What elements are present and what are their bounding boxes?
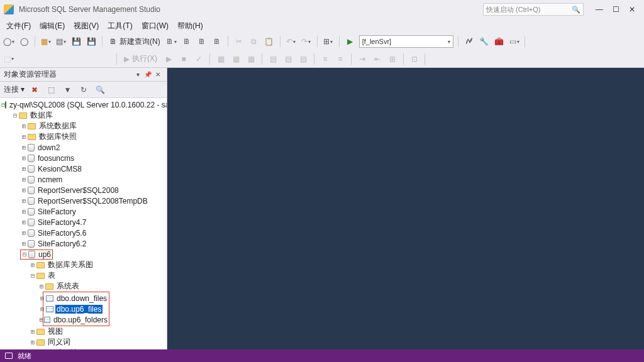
options-button[interactable]: 🗲 [463,35,475,48]
explorer-dropdown-button[interactable]: ▾ [133,70,143,80]
uncomment-button: ≡ [334,53,347,65]
toolbar-row-1: ◯▾ ◯ ▦▾ ▤▾ 💾 💾 🗎新建查询(N) 🗎▾ 🗎 🗎 🗎 ✂ ⧉ 📋 ↶… [0,33,644,50]
folder-icon [45,283,53,290]
menu-window[interactable]: 窗口(W) [138,19,172,33]
synonyms-node[interactable]: ⊞同义词 [1,337,167,348]
new-project-button[interactable]: ▦▾ [40,35,52,48]
btn-a[interactable]: 🗎 [180,35,193,48]
database-icon [28,144,35,151]
db-node[interactable]: ⊞SiteFactory5.6 [1,228,167,238]
object-explorer-pane: 对象资源管理器 ▾ 📌 ✕ 连接 ▾ ✖ ⬚ ▼ ↻ 🔍 ⊟zy-qwl\SQL… [0,68,167,349]
db-node[interactable]: ⊞down2 [1,142,167,153]
results2-button: ▤ [282,53,294,65]
redo-button[interactable]: ↷▾ [300,35,313,48]
minimize-button[interactable]: — [591,3,608,16]
sys-tables-node[interactable]: ⊞系统表 [1,281,167,292]
sys-db-node[interactable]: ⊞系统数据库 [1,121,167,131]
explorer-close-button[interactable]: ✕ [153,70,163,80]
open-button[interactable]: ▤▾ [55,35,67,48]
wrench-button[interactable]: 🔧 [478,35,491,48]
table-icon [46,295,53,302]
db-engine-query-button[interactable]: 🗎▾ [165,35,178,48]
quick-launch-input[interactable]: 快速启动 (Ctrl+Q) 🔍 [483,3,584,16]
db-up6-node[interactable]: ⊟up6 [1,249,167,260]
db-node[interactable]: ⊞SiteFactory6.2 [1,238,167,249]
btn-b[interactable]: 🗎 [196,35,208,48]
explorer-header: 对象资源管理器 ▾ 📌 ✕ [0,68,167,82]
menu-tools[interactable]: 工具(T) [104,19,136,33]
object-tree[interactable]: ⊟zy-qwl\SQL2008 (SQL Server 10.0.1600.22… [0,98,167,349]
views-node[interactable]: ⊞视图 [1,326,167,337]
cut-button[interactable]: ✂ [233,35,245,48]
status-text: 就绪 [18,351,31,361]
server-node[interactable]: ⊟zy-qwl\SQL2008 (SQL Server 10.0.1600.22… [1,99,167,110]
connect-button[interactable]: 连接 ▾ [4,84,25,95]
btn-c[interactable]: 🗎 [211,35,223,48]
app-icon [4,4,14,14]
menu-edit[interactable]: 编辑(E) [36,19,69,33]
database-icon [28,240,35,248]
database-icon [28,219,35,226]
nav-fwd-button[interactable]: ◯ [18,35,30,48]
stop-connect-button[interactable]: ⬚ [45,84,57,96]
explorer-pin-button[interactable]: 📌 [143,70,153,80]
close-button[interactable]: ✕ [624,3,640,16]
indent-button: ⇥ [356,53,369,65]
table-icon [46,306,53,312]
folder-icon [28,123,36,129]
menu-help[interactable]: 帮助(H) [174,19,207,33]
undo-button[interactable]: ↶▾ [285,35,297,48]
diagrams-node[interactable]: ⊞数据库关系图 [1,260,167,270]
plan1-button: ▦ [214,53,227,65]
refresh-button[interactable]: ↻ [77,84,90,96]
folder-icon [36,262,45,268]
explorer-title: 对象资源管理器 [4,69,133,80]
tables-node[interactable]: ⊟表 [1,270,167,281]
save-button[interactable]: 💾 [70,35,82,48]
activity-button[interactable]: ⊞▾ [322,35,335,48]
filter-button[interactable]: ▼ [61,84,74,96]
table-icon [44,317,50,323]
status-icon [5,353,13,359]
copy-button[interactable]: ⧉ [248,35,260,48]
save-all-button[interactable]: 💾 [85,35,97,48]
db-node[interactable]: ⊞SiteFactory [1,206,167,217]
menu-view[interactable]: 视图(V) [70,19,103,33]
db-node[interactable]: ⊞ReportServer$SQL2008TempDB [1,195,167,206]
misc2-button: ⊡ [408,53,421,65]
maximize-button[interactable]: ☐ [608,3,624,16]
toolbox-button[interactable]: 🧰 [493,35,506,48]
new-query-button[interactable]: 🗎新建查询(N) [107,36,163,47]
search-button[interactable]: 🔍 [94,84,106,96]
results3-button: ▤ [297,53,309,65]
table-node-selected[interactable]: ⊞dbo.up6_files [2,304,109,314]
db-node[interactable]: ⊞ncmem [1,174,167,185]
database-icon [28,176,35,184]
nav-back-button[interactable]: ◯▾ [3,35,15,48]
menubar: 文件(F) 编辑(E) 视图(V) 工具(T) 窗口(W) 帮助(H) [0,19,644,33]
paste-button[interactable]: 📋 [263,35,275,48]
db-snapshot-node[interactable]: ⊞数据库快照 [1,131,167,142]
db-node[interactable]: ⊞ReportServer$SQL2008 [1,185,167,195]
window-layout-button[interactable]: ▭▾ [508,35,521,48]
debug-start-button[interactable]: ▶ [344,35,357,48]
table-node[interactable]: ⊞dbo.down_files [2,293,109,304]
stop-button: ■ [177,53,190,65]
db-node[interactable]: ⊞SiteFactory4.7 [1,217,167,228]
function-combo[interactable]: [f_lenSvr]▾ [359,35,453,48]
comment-button: ≡ [319,53,331,65]
menu-file[interactable]: 文件(F) [3,19,35,33]
table-node[interactable]: ⊞dbo.up6_folders [2,314,109,325]
folder-icon [36,329,45,335]
db-node[interactable]: ⊞KesionCMS8 [1,163,167,174]
databases-node[interactable]: ⊟数据库 [1,110,167,121]
database-icon [28,155,35,162]
explorer-toolbar: 连接 ▾ ✖ ⬚ ▼ ↻ 🔍 [0,82,167,98]
content-area [167,68,644,349]
highlighted-tables-group: ⊞dbo.down_files ⊞dbo.up6_files ⊞dbo.up6_… [43,292,109,326]
toolbar-row-2: ⬚▾ ▶执行(X) ▶ ■ ✓ ▦ ▦ ▦ ▤ ▤ ▤ ≡ ≡ ⇥ ⇤ ⊞ ⊡ [0,50,644,68]
db-node[interactable]: ⊞foosuncms [1,153,167,163]
new-query-label: 新建查询(N) [119,36,160,47]
disconnect-button[interactable]: ✖ [28,84,41,96]
statusbar: 就绪 [0,349,644,362]
